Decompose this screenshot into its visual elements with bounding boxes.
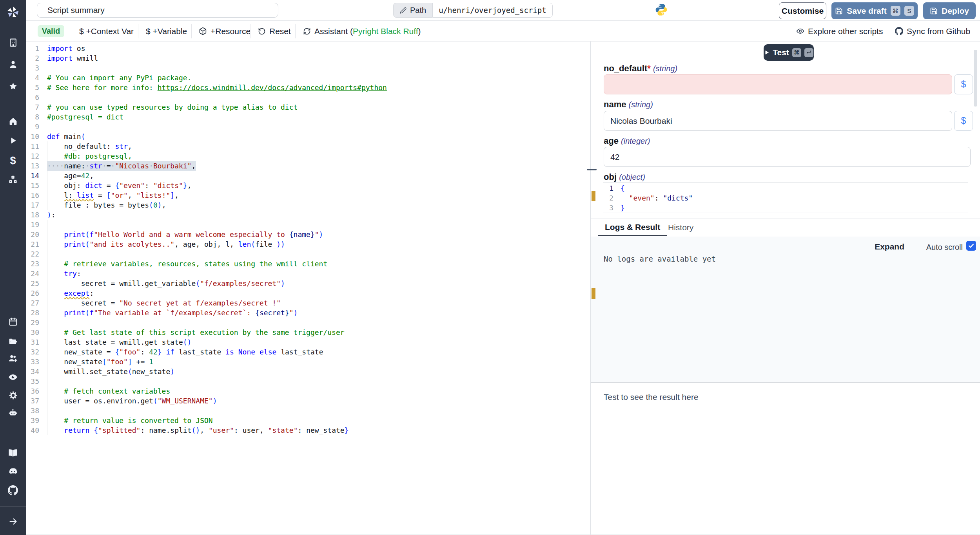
code-line[interactable]: 7# you can use typed resources by doing … — [26, 102, 590, 112]
code-line[interactable]: 20 print(f"Hello World and a warm welcom… — [26, 230, 590, 239]
name-var-picker-button[interactable]: $ — [954, 111, 973, 131]
python-icon — [655, 3, 668, 16]
play-icon[interactable] — [0, 134, 26, 148]
windmill-logo[interactable] — [0, 0, 26, 24]
code-line[interactable]: 6 — [26, 92, 590, 102]
book-icon[interactable] — [0, 446, 26, 460]
obj-json-editor[interactable]: 1{2 "even": "dicts"3} — [603, 183, 968, 213]
reset-icon — [258, 27, 266, 35]
eye-icon[interactable] — [0, 370, 26, 384]
code-line[interactable]: 25 secret = wmill.get_variable("f/exampl… — [26, 278, 590, 288]
panel-divider[interactable] — [590, 42, 591, 535]
code-line[interactable]: 37 user = os.environ.get("WM_USERNAME") — [26, 396, 590, 406]
code-line[interactable]: 1import os — [26, 43, 590, 53]
code-line[interactable]: 5# See here for more info: https://docs.… — [26, 83, 590, 92]
test-panel: Test ⌘ no_default* (string) $ name (stri… — [591, 42, 980, 535]
deploy-button[interactable]: Deploy — [923, 2, 976, 19]
code-line[interactable]: 35 — [26, 376, 590, 386]
scrollbar[interactable] — [974, 50, 977, 107]
dollar-icon[interactable]: $ — [0, 154, 26, 168]
users-gear-icon[interactable] — [0, 351, 26, 365]
discord-icon[interactable] — [0, 465, 26, 479]
code-line[interactable]: 4# You can import any PyPi package. — [26, 73, 590, 83]
code-line[interactable]: 23 # retrieve variables, resources, stat… — [26, 259, 590, 269]
code-line[interactable]: 28 print(f"The variable at `f/examples/s… — [26, 308, 590, 318]
code-line[interactable]: 36 # fetch context variables — [26, 386, 590, 396]
reset-button[interactable]: Reset — [258, 21, 291, 42]
expand-button[interactable]: Expand — [875, 242, 904, 251]
add-variable-button[interactable]: $ +Variable — [146, 21, 187, 42]
code-line[interactable]: 32 new_state = {"foo": 42} if last_state… — [26, 347, 590, 357]
user-icon[interactable] — [0, 57, 26, 71]
code-line[interactable]: 3 — [26, 63, 590, 73]
code-line[interactable]: 11 no_default: str, — [26, 141, 590, 151]
no-logs-text: No logs are available yet — [604, 255, 716, 263]
customise-button[interactable]: Customise — [779, 2, 826, 19]
path-value[interactable]: u/henri/overjoyed_script — [432, 3, 553, 18]
robot-icon[interactable] — [0, 406, 26, 420]
kbd-cmd: ⌘ — [792, 48, 801, 57]
test-button[interactable]: Test ⌘ — [764, 44, 814, 61]
code-line[interactable]: 21 print("and its acolytes..", age, obj,… — [26, 239, 590, 249]
home-icon[interactable] — [0, 114, 26, 128]
explore-other-scripts-button[interactable]: Explore other scripts — [796, 21, 883, 42]
code-line[interactable]: 16 l: list = ["or", "lists!"], — [26, 190, 590, 200]
code-line[interactable]: 8#postgresql = dict — [26, 112, 590, 122]
code-line[interactable]: 13····name:·str·=·"Nicolas·Bourbaki", — [26, 161, 590, 171]
code-line[interactable]: 33 new_state["foo"] += 1 — [26, 357, 590, 367]
code-editor[interactable]: 1import os2import wmill34# You can impor… — [26, 42, 590, 535]
path-edit-button[interactable]: Path — [393, 3, 432, 18]
code-line[interactable]: 29 — [26, 318, 590, 327]
age-input[interactable]: 42 — [604, 147, 971, 167]
code-line[interactable]: 19 — [26, 220, 590, 230]
kbd-cmd: ⌘ — [891, 6, 900, 16]
autoscroll-checkbox[interactable] — [966, 241, 976, 251]
save-draft-button[interactable]: Save draft ⌘ S — [831, 2, 918, 19]
code-line[interactable]: 38 — [26, 406, 590, 416]
editor-toolbar: Valid $ +Context Var $ +Variable +Resour… — [26, 21, 980, 42]
code-line[interactable]: 12 #db: postgresql, — [26, 151, 590, 161]
code-line[interactable]: 17 file_: bytes = bytes(0), — [26, 200, 590, 210]
code-line[interactable]: 34 wmill.set_state(new_state) — [26, 367, 590, 376]
github-icon — [895, 27, 903, 35]
star-icon[interactable] — [0, 79, 26, 93]
tab-history[interactable]: History — [661, 219, 700, 236]
add-resource-button[interactable]: +Resource — [199, 21, 250, 42]
code-line[interactable]: 15 obj: dict = {"even": "dicts"}, — [26, 181, 590, 190]
autoscroll-label: Auto scroll — [926, 243, 963, 252]
add-context-var-button[interactable]: $ +Context Var — [79, 21, 134, 42]
enter-key-icon — [806, 50, 811, 55]
code-line[interactable]: 24 try: — [26, 269, 590, 278]
name-input[interactable]: Nicolas Bourbaki — [604, 111, 952, 131]
field-label-obj: obj (object) — [604, 172, 645, 182]
gear-icon[interactable] — [0, 388, 26, 402]
result-tabbar: Logs & Result History — [591, 219, 980, 236]
assistant-button[interactable]: Assistant (Pyright Black Ruff) — [303, 21, 421, 42]
github-icon[interactable] — [0, 483, 26, 497]
code-line[interactable]: 39 # return value is converted to JSON — [26, 416, 590, 425]
no-default-var-picker-button[interactable]: $ — [954, 74, 973, 94]
cubes-icon[interactable] — [0, 173, 26, 187]
arrow-right-icon[interactable] — [0, 514, 26, 528]
splitter-handle[interactable] — [587, 169, 597, 170]
code-line[interactable]: 30 # Get last state of this script execu… — [26, 327, 590, 337]
code-line[interactable]: 22 — [26, 249, 590, 259]
warning-ruler-mark — [592, 288, 595, 299]
tab-logs-result[interactable]: Logs & Result — [598, 219, 667, 236]
script-summary-input[interactable]: Script summary — [37, 3, 278, 18]
code-line[interactable]: 40 return {"splitted": name.split(), "us… — [26, 425, 590, 435]
code-line[interactable]: 18): — [26, 210, 590, 220]
calendar-icon[interactable] — [0, 314, 26, 329]
code-line[interactable]: 10def main( — [26, 132, 590, 141]
code-line[interactable]: 2import wmill — [26, 53, 590, 63]
code-line[interactable]: 14 age=42, — [26, 171, 590, 181]
code-line[interactable]: 27 secret = "No secret yet at f/examples… — [26, 298, 590, 308]
sync-from-github-button[interactable]: Sync from Github — [895, 21, 970, 42]
code-line[interactable]: 9 — [26, 122, 590, 132]
code-line[interactable]: 31 last_state = wmill.get_state() — [26, 337, 590, 347]
code-line[interactable]: 26 except: — [26, 288, 590, 298]
building-icon[interactable] — [0, 35, 26, 49]
no-default-input[interactable] — [604, 74, 952, 94]
path-label: Path — [410, 6, 426, 15]
folder-icon[interactable] — [0, 334, 26, 348]
